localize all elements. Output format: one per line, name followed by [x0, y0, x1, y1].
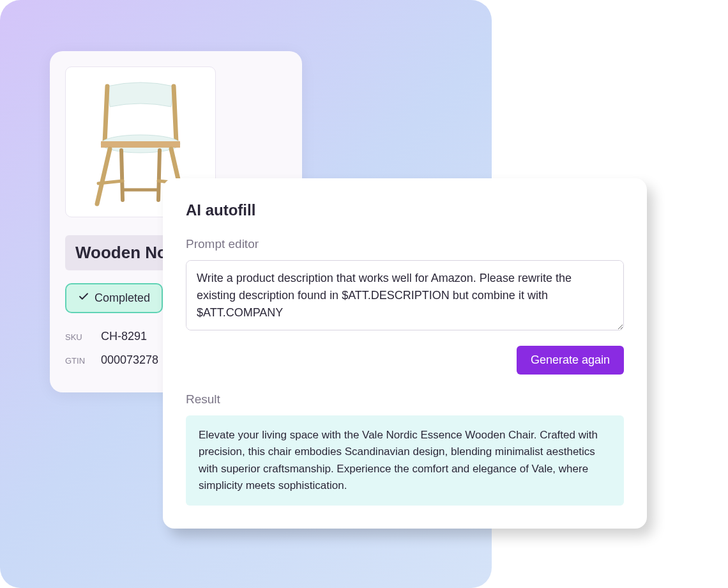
prompt-textarea[interactable]: [186, 260, 624, 330]
sku-value: CH-8291: [101, 330, 147, 343]
svg-rect-1: [101, 141, 180, 148]
generate-again-button[interactable]: Generate again: [517, 346, 624, 375]
status-badge: Completed: [65, 283, 163, 313]
check-icon: [78, 291, 89, 306]
prompt-editor-label: Prompt editor: [186, 237, 624, 251]
result-box: Elevate your living space with the Vale …: [186, 415, 624, 506]
result-label: Result: [186, 392, 624, 406]
ai-autofill-panel: AI autofill Prompt editor Generate again…: [163, 178, 647, 529]
button-row: Generate again: [186, 346, 624, 375]
gtin-value: 000073278: [101, 353, 158, 367]
sku-label: SKU: [65, 332, 91, 342]
status-label: Completed: [95, 291, 150, 305]
gtin-label: GTIN: [65, 356, 91, 366]
autofill-title: AI autofill: [186, 201, 624, 219]
